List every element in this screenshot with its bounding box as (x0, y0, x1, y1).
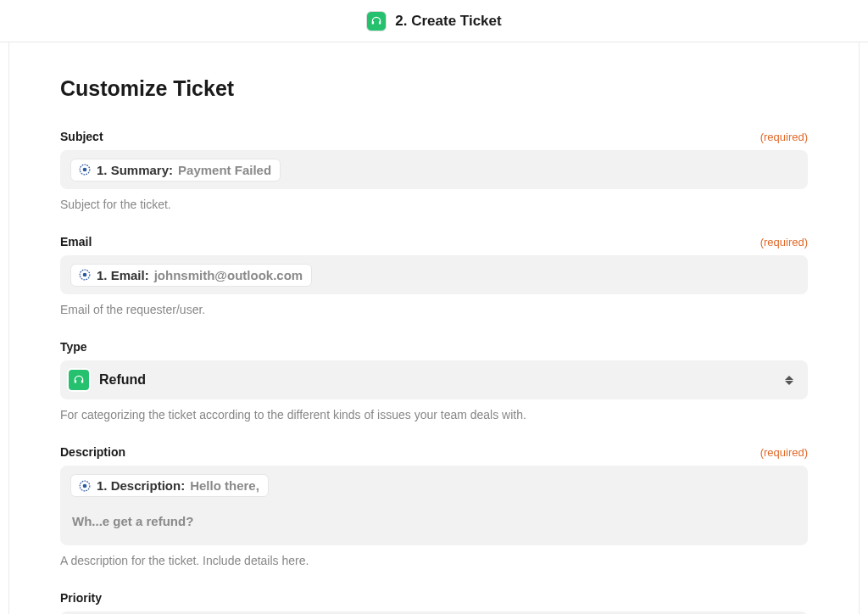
email-pill[interactable]: 1. Email: johnsmith@outlook.com (70, 264, 312, 287)
required-tag: (required) (760, 236, 808, 248)
required-tag: (required) (760, 446, 808, 459)
field-email: Email (required) 1. Email: johnsmith@out… (60, 235, 808, 316)
email-input[interactable]: 1. Email: johnsmith@outlook.com (60, 255, 808, 294)
description-pill-value: Hello there, (190, 478, 259, 493)
type-value: Refund (99, 372, 782, 388)
subject-label: Subject (60, 130, 103, 143)
field-label-row: Subject (required) (60, 130, 808, 143)
svg-point-9 (83, 483, 87, 488)
subject-pill[interactable]: 1. Summary: Payment Failed (70, 159, 281, 181)
email-pill-label: 1. Email: (97, 268, 149, 282)
description-input[interactable]: 1. Description: Hello there, Wh...e get … (60, 466, 808, 545)
form-card: Customize Ticket Subject (required) 1. S… (8, 42, 860, 614)
required-tag: (required) (760, 131, 808, 143)
type-select[interactable]: Refund (60, 360, 808, 399)
source-app-icon (78, 163, 92, 176)
svg-rect-1 (379, 21, 381, 25)
field-type: Type Refund For categorizing the ticket … (60, 340, 808, 421)
field-subject: Subject (required) 1. Summary: Payment F… (60, 130, 808, 211)
top-header: 2. Create Ticket (0, 0, 868, 42)
step-title: 2. Create Ticket (395, 13, 501, 30)
email-help: Email of the requester/user. (60, 303, 808, 316)
subject-help: Subject for the ticket. (60, 198, 808, 211)
field-priority: Priority High (60, 591, 808, 614)
svg-rect-6 (75, 380, 76, 383)
field-label-row: Description (required) (60, 445, 808, 459)
subject-pill-label: 1. Summary: (97, 163, 173, 177)
type-label: Type (60, 340, 87, 354)
subject-pill-value: Payment Failed (178, 163, 271, 177)
email-pill-value: johnsmith@outlook.com (154, 268, 303, 282)
type-help: For categorizing the ticket according to… (60, 408, 808, 421)
svg-point-5 (83, 273, 87, 277)
source-app-icon (78, 268, 92, 282)
description-pill-label: 1. Description: (97, 478, 185, 493)
field-label-row: Type (60, 340, 808, 354)
svg-point-3 (83, 168, 87, 172)
description-help: A description for the ticket. Include de… (60, 554, 808, 567)
freshdesk-icon (366, 11, 387, 31)
step-indicator: 2. Create Ticket (366, 11, 501, 31)
field-label-row: Email (required) (60, 235, 808, 248)
field-label-row: Priority (60, 591, 808, 605)
svg-rect-7 (81, 380, 83, 383)
svg-rect-0 (372, 21, 374, 25)
subject-input[interactable]: 1. Summary: Payment Failed (60, 150, 808, 189)
freshdesk-icon (67, 368, 91, 392)
source-app-icon (78, 479, 92, 493)
page-title: Customize Ticket (60, 76, 808, 101)
priority-label: Priority (60, 591, 102, 605)
description-extra-line: Wh...e get a refund? (70, 511, 798, 528)
description-label: Description (60, 445, 125, 459)
field-description: Description (required) 1. Description: H… (60, 445, 808, 567)
email-label: Email (60, 235, 92, 248)
description-pill[interactable]: 1. Description: Hello there, (70, 474, 269, 497)
select-caret-icon (782, 376, 796, 385)
